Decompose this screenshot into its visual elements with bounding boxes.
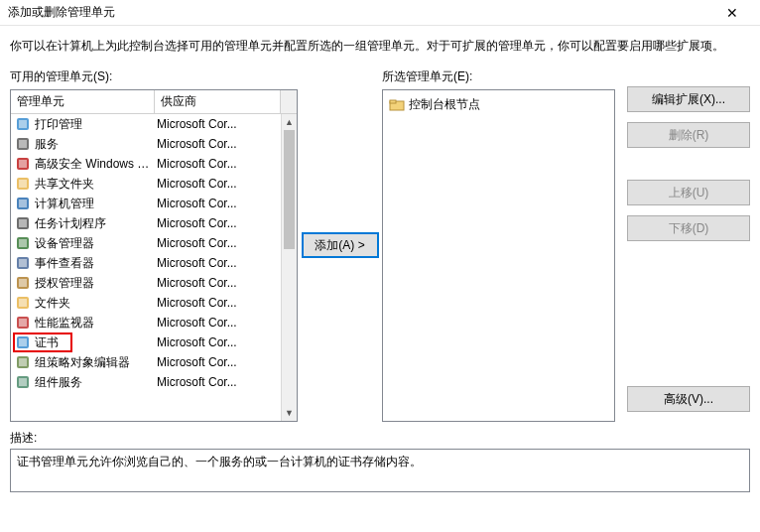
svg-rect-11 (19, 219, 27, 227)
snapin-vendor: Microsoft Cor... (157, 197, 293, 210)
snapin-row[interactable]: 打印管理Microsoft Cor... (11, 114, 297, 134)
move-up-button[interactable]: 上移(U) (627, 180, 750, 205)
svg-rect-17 (19, 279, 27, 287)
snapin-vendor: Microsoft Cor... (157, 256, 293, 270)
event-icon (15, 255, 31, 271)
snapin-name: 服务 (35, 136, 157, 153)
snapin-row[interactable]: 性能监视器Microsoft Cor... (11, 313, 297, 332)
svg-rect-25 (19, 358, 27, 366)
policy-icon (15, 354, 31, 370)
tree-root-label: 控制台根节点 (409, 96, 480, 113)
printer-icon (15, 116, 31, 132)
description-label: 描述: (0, 422, 760, 449)
snapin-name: 文件夹 (35, 295, 157, 312)
snapin-row[interactable]: 授权管理器Microsoft Cor... (11, 273, 297, 293)
header-scroll-spacer (281, 90, 297, 113)
instruction-text: 你可以在计算机上为此控制台选择可用的管理单元并配置所选的一组管理单元。对于可扩展… (0, 26, 760, 61)
scroll-thumb[interactable] (284, 130, 295, 249)
advanced-button[interactable]: 高级(V)... (627, 386, 750, 412)
snapin-row[interactable]: 高级安全 Windows De...Microsoft Cor... (11, 154, 297, 174)
snapin-row[interactable]: 计算机管理Microsoft Cor... (11, 194, 297, 213)
svg-rect-7 (19, 180, 27, 188)
snapin-vendor: Microsoft Cor... (157, 296, 293, 310)
snapin-row[interactable]: 证书Microsoft Cor... (11, 332, 297, 352)
window-title: 添加或删除管理单元 (8, 4, 712, 21)
svg-rect-29 (390, 100, 396, 103)
snapin-vendor: Microsoft Cor... (157, 177, 293, 191)
scroll-up-button[interactable]: ▲ (282, 114, 297, 130)
svg-rect-9 (19, 200, 27, 207)
snapin-name: 组策略对象编辑器 (35, 354, 157, 371)
svg-rect-15 (19, 259, 27, 267)
svg-rect-3 (19, 140, 27, 148)
list-header: 管理单元 供应商 (11, 90, 297, 114)
selected-label: 所选管理单元(E): (382, 68, 615, 85)
gear-icon (15, 136, 31, 152)
selected-snapins-tree[interactable]: 控制台根节点 (382, 89, 615, 422)
snapin-row[interactable]: 组策略对象编辑器Microsoft Cor... (11, 352, 297, 372)
snapin-name: 计算机管理 (35, 196, 157, 212)
add-button[interactable]: 添加(A) > (302, 232, 379, 258)
svg-rect-5 (19, 160, 27, 168)
snapin-row[interactable]: 设备管理器Microsoft Cor... (11, 233, 297, 253)
svg-rect-1 (19, 120, 27, 128)
snapin-row[interactable]: 服务Microsoft Cor... (11, 134, 297, 154)
snapin-row[interactable]: 事件查看器Microsoft Cor... (11, 253, 297, 273)
tree-root[interactable]: 控制台根节点 (387, 94, 610, 115)
folder-icon (15, 176, 31, 192)
snapin-vendor: Microsoft Cor... (157, 157, 293, 171)
snapin-row[interactable]: 任务计划程序Microsoft Cor... (11, 213, 297, 233)
perf-icon (15, 315, 31, 331)
header-vendor[interactable]: 供应商 (155, 90, 281, 113)
close-button[interactable]: ✕ (712, 3, 752, 23)
svg-rect-19 (19, 299, 27, 307)
svg-rect-23 (19, 338, 27, 346)
snapin-vendor: Microsoft Cor... (157, 137, 293, 151)
svg-rect-13 (19, 239, 27, 247)
snapin-name: 事件查看器 (35, 255, 157, 272)
svg-rect-21 (19, 319, 27, 327)
device-icon (15, 235, 31, 251)
scroll-track[interactable] (282, 130, 297, 405)
remove-button[interactable]: 删除(R) (627, 122, 750, 148)
snapin-vendor: Microsoft Cor... (157, 316, 293, 330)
clock-icon (15, 215, 31, 231)
snapin-name: 任务计划程序 (35, 215, 157, 232)
snapin-vendor: Microsoft Cor... (157, 355, 293, 369)
available-snapins-list[interactable]: 管理单元 供应商 打印管理Microsoft Cor...服务Microsoft… (10, 89, 298, 422)
snapin-name: 打印管理 (35, 116, 157, 133)
key-icon (15, 275, 31, 291)
svg-rect-27 (19, 378, 27, 386)
snapin-row[interactable]: 组件服务Microsoft Cor... (11, 372, 297, 392)
folder2-icon (15, 295, 31, 311)
snapin-name: 设备管理器 (35, 235, 157, 252)
snapin-vendor: Microsoft Cor... (157, 216, 293, 230)
description-box: 证书管理单元允许你浏览自己的、一个服务的或一台计算机的证书存储内容。 (10, 449, 750, 492)
snapin-vendor: Microsoft Cor... (157, 335, 293, 349)
computer-icon (15, 196, 31, 211)
snapin-vendor: Microsoft Cor... (157, 236, 293, 250)
snapin-row[interactable]: 共享文件夹Microsoft Cor... (11, 174, 297, 194)
scrollbar[interactable]: ▲ ▼ (281, 114, 297, 421)
snapin-vendor: Microsoft Cor... (157, 375, 293, 389)
edit-extensions-button[interactable]: 编辑扩展(X)... (627, 86, 750, 112)
available-label: 可用的管理单元(S): (10, 68, 298, 85)
snapin-name: 共享文件夹 (35, 176, 157, 193)
snapin-name: 证书 (35, 334, 157, 351)
snapin-row[interactable]: 文件夹Microsoft Cor... (11, 293, 297, 313)
shield-icon (15, 156, 31, 172)
snapin-name: 组件服务 (35, 374, 157, 391)
snapin-name: 授权管理器 (35, 275, 157, 292)
snapin-vendor: Microsoft Cor... (157, 117, 293, 131)
cert-icon (15, 334, 31, 350)
component-icon (15, 374, 31, 390)
snapin-name: 高级安全 Windows De... (35, 156, 157, 173)
move-down-button[interactable]: 下移(D) (627, 215, 750, 241)
snapin-vendor: Microsoft Cor... (157, 276, 293, 290)
snapin-name: 性能监视器 (35, 315, 157, 332)
folder-icon (389, 97, 405, 113)
scroll-down-button[interactable]: ▼ (282, 405, 297, 421)
header-name[interactable]: 管理单元 (11, 90, 155, 113)
